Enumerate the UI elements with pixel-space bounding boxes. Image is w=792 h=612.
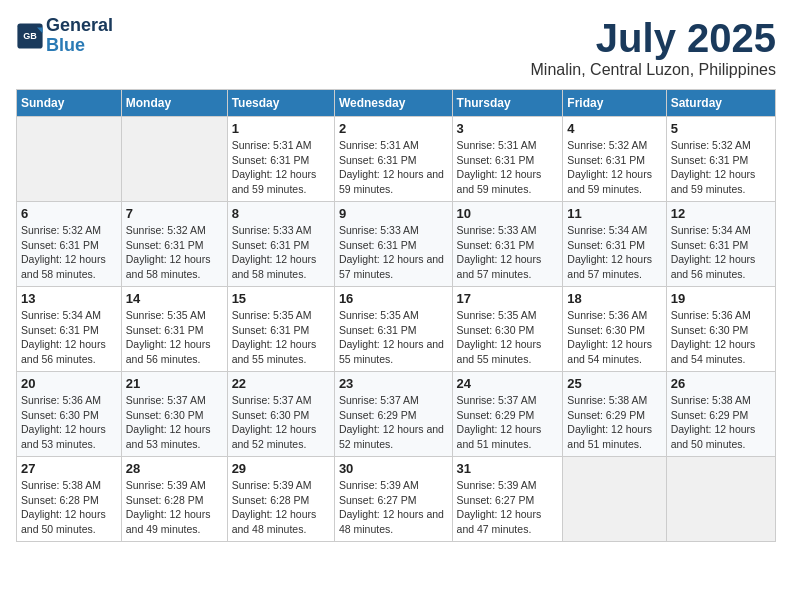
calendar-cell: 24Sunrise: 5:37 AMSunset: 6:29 PMDayligh… [452, 372, 563, 457]
day-number: 22 [232, 376, 330, 391]
logo-text: General Blue [46, 16, 113, 56]
calendar-week-row: 1Sunrise: 5:31 AMSunset: 6:31 PMDaylight… [17, 117, 776, 202]
day-info: Sunrise: 5:39 AMSunset: 6:28 PMDaylight:… [126, 478, 223, 537]
day-number: 2 [339, 121, 448, 136]
calendar-week-row: 13Sunrise: 5:34 AMSunset: 6:31 PMDayligh… [17, 287, 776, 372]
day-number: 31 [457, 461, 559, 476]
logo: GB General Blue [16, 16, 113, 56]
day-number: 29 [232, 461, 330, 476]
calendar-cell: 22Sunrise: 5:37 AMSunset: 6:30 PMDayligh… [227, 372, 334, 457]
logo-line1: General [46, 16, 113, 36]
calendar-cell: 28Sunrise: 5:39 AMSunset: 6:28 PMDayligh… [121, 457, 227, 542]
day-info: Sunrise: 5:37 AMSunset: 6:30 PMDaylight:… [232, 393, 330, 452]
calendar-cell: 31Sunrise: 5:39 AMSunset: 6:27 PMDayligh… [452, 457, 563, 542]
day-info: Sunrise: 5:32 AMSunset: 6:31 PMDaylight:… [126, 223, 223, 282]
day-info: Sunrise: 5:35 AMSunset: 6:31 PMDaylight:… [126, 308, 223, 367]
col-sunday: Sunday [17, 90, 122, 117]
page-header: GB General Blue July 2025 Minalin, Centr… [16, 16, 776, 79]
col-monday: Monday [121, 90, 227, 117]
day-number: 10 [457, 206, 559, 221]
day-number: 8 [232, 206, 330, 221]
calendar-cell: 15Sunrise: 5:35 AMSunset: 6:31 PMDayligh… [227, 287, 334, 372]
calendar-cell: 23Sunrise: 5:37 AMSunset: 6:29 PMDayligh… [334, 372, 452, 457]
calendar-cell: 18Sunrise: 5:36 AMSunset: 6:30 PMDayligh… [563, 287, 666, 372]
logo-line2: Blue [46, 36, 113, 56]
day-number: 11 [567, 206, 661, 221]
day-number: 17 [457, 291, 559, 306]
day-info: Sunrise: 5:39 AMSunset: 6:27 PMDaylight:… [457, 478, 559, 537]
calendar-cell: 13Sunrise: 5:34 AMSunset: 6:31 PMDayligh… [17, 287, 122, 372]
day-info: Sunrise: 5:33 AMSunset: 6:31 PMDaylight:… [339, 223, 448, 282]
day-info: Sunrise: 5:35 AMSunset: 6:31 PMDaylight:… [232, 308, 330, 367]
day-number: 3 [457, 121, 559, 136]
day-number: 21 [126, 376, 223, 391]
calendar-cell: 25Sunrise: 5:38 AMSunset: 6:29 PMDayligh… [563, 372, 666, 457]
day-info: Sunrise: 5:38 AMSunset: 6:29 PMDaylight:… [567, 393, 661, 452]
month-title: July 2025 [531, 16, 776, 61]
col-saturday: Saturday [666, 90, 775, 117]
day-number: 19 [671, 291, 771, 306]
day-number: 24 [457, 376, 559, 391]
day-number: 14 [126, 291, 223, 306]
calendar-cell: 3Sunrise: 5:31 AMSunset: 6:31 PMDaylight… [452, 117, 563, 202]
day-number: 1 [232, 121, 330, 136]
title-area: July 2025 Minalin, Central Luzon, Philip… [531, 16, 776, 79]
calendar-cell [121, 117, 227, 202]
logo-icon: GB [16, 22, 44, 50]
calendar-cell: 29Sunrise: 5:39 AMSunset: 6:28 PMDayligh… [227, 457, 334, 542]
day-info: Sunrise: 5:32 AMSunset: 6:31 PMDaylight:… [21, 223, 117, 282]
day-info: Sunrise: 5:36 AMSunset: 6:30 PMDaylight:… [671, 308, 771, 367]
day-info: Sunrise: 5:36 AMSunset: 6:30 PMDaylight:… [567, 308, 661, 367]
calendar-cell: 17Sunrise: 5:35 AMSunset: 6:30 PMDayligh… [452, 287, 563, 372]
day-info: Sunrise: 5:31 AMSunset: 6:31 PMDaylight:… [457, 138, 559, 197]
day-number: 20 [21, 376, 117, 391]
day-number: 7 [126, 206, 223, 221]
calendar-cell [17, 117, 122, 202]
day-info: Sunrise: 5:32 AMSunset: 6:31 PMDaylight:… [671, 138, 771, 197]
calendar-cell: 19Sunrise: 5:36 AMSunset: 6:30 PMDayligh… [666, 287, 775, 372]
day-info: Sunrise: 5:37 AMSunset: 6:29 PMDaylight:… [339, 393, 448, 452]
day-info: Sunrise: 5:34 AMSunset: 6:31 PMDaylight:… [21, 308, 117, 367]
location-title: Minalin, Central Luzon, Philippines [531, 61, 776, 79]
calendar-cell: 4Sunrise: 5:32 AMSunset: 6:31 PMDaylight… [563, 117, 666, 202]
day-info: Sunrise: 5:34 AMSunset: 6:31 PMDaylight:… [671, 223, 771, 282]
calendar-cell: 8Sunrise: 5:33 AMSunset: 6:31 PMDaylight… [227, 202, 334, 287]
day-number: 4 [567, 121, 661, 136]
calendar-cell: 9Sunrise: 5:33 AMSunset: 6:31 PMDaylight… [334, 202, 452, 287]
calendar-cell: 27Sunrise: 5:38 AMSunset: 6:28 PMDayligh… [17, 457, 122, 542]
calendar-cell: 20Sunrise: 5:36 AMSunset: 6:30 PMDayligh… [17, 372, 122, 457]
day-info: Sunrise: 5:38 AMSunset: 6:28 PMDaylight:… [21, 478, 117, 537]
calendar-cell: 21Sunrise: 5:37 AMSunset: 6:30 PMDayligh… [121, 372, 227, 457]
calendar-cell [563, 457, 666, 542]
day-info: Sunrise: 5:31 AMSunset: 6:31 PMDaylight:… [339, 138, 448, 197]
day-number: 15 [232, 291, 330, 306]
calendar-cell: 12Sunrise: 5:34 AMSunset: 6:31 PMDayligh… [666, 202, 775, 287]
day-info: Sunrise: 5:33 AMSunset: 6:31 PMDaylight:… [457, 223, 559, 282]
day-number: 5 [671, 121, 771, 136]
calendar-cell: 16Sunrise: 5:35 AMSunset: 6:31 PMDayligh… [334, 287, 452, 372]
calendar-cell: 11Sunrise: 5:34 AMSunset: 6:31 PMDayligh… [563, 202, 666, 287]
calendar-cell: 1Sunrise: 5:31 AMSunset: 6:31 PMDaylight… [227, 117, 334, 202]
day-info: Sunrise: 5:31 AMSunset: 6:31 PMDaylight:… [232, 138, 330, 197]
day-number: 12 [671, 206, 771, 221]
day-info: Sunrise: 5:37 AMSunset: 6:30 PMDaylight:… [126, 393, 223, 452]
calendar-cell: 30Sunrise: 5:39 AMSunset: 6:27 PMDayligh… [334, 457, 452, 542]
day-number: 26 [671, 376, 771, 391]
day-info: Sunrise: 5:34 AMSunset: 6:31 PMDaylight:… [567, 223, 661, 282]
calendar-cell [666, 457, 775, 542]
day-number: 30 [339, 461, 448, 476]
calendar-week-row: 20Sunrise: 5:36 AMSunset: 6:30 PMDayligh… [17, 372, 776, 457]
col-thursday: Thursday [452, 90, 563, 117]
day-number: 27 [21, 461, 117, 476]
day-number: 23 [339, 376, 448, 391]
day-info: Sunrise: 5:32 AMSunset: 6:31 PMDaylight:… [567, 138, 661, 197]
calendar-cell: 5Sunrise: 5:32 AMSunset: 6:31 PMDaylight… [666, 117, 775, 202]
day-number: 16 [339, 291, 448, 306]
day-number: 18 [567, 291, 661, 306]
day-info: Sunrise: 5:38 AMSunset: 6:29 PMDaylight:… [671, 393, 771, 452]
col-wednesday: Wednesday [334, 90, 452, 117]
day-number: 9 [339, 206, 448, 221]
calendar-table: Sunday Monday Tuesday Wednesday Thursday… [16, 89, 776, 542]
day-info: Sunrise: 5:36 AMSunset: 6:30 PMDaylight:… [21, 393, 117, 452]
svg-text:GB: GB [23, 31, 37, 41]
